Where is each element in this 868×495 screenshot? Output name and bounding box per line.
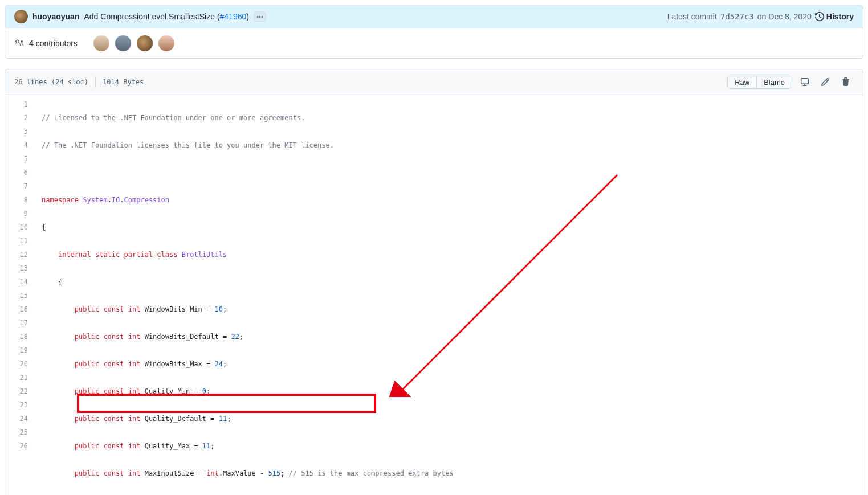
line-number[interactable]: 16	[5, 302, 36, 316]
raw-button[interactable]: Raw	[728, 76, 756, 88]
people-icon	[14, 39, 23, 48]
line-number[interactable]: 2	[5, 111, 36, 125]
line-number[interactable]: 6	[5, 166, 36, 179]
trash-icon[interactable]	[838, 74, 854, 90]
history-link[interactable]: History	[815, 12, 854, 21]
commit-date: on Dec 8, 2020	[757, 12, 812, 21]
line-number[interactable]: 17	[5, 316, 36, 330]
code-content[interactable]: // Licensed to the .NET Foundation under…	[36, 95, 863, 495]
line-number[interactable]: 3	[5, 125, 36, 138]
commit-sha-link[interactable]: 7d527c3	[720, 12, 754, 21]
history-label: History	[826, 12, 854, 21]
contributor-avatar[interactable]	[93, 35, 109, 51]
line-number[interactable]: 20	[5, 357, 36, 371]
line-number[interactable]: 26	[5, 439, 36, 453]
line-number[interactable]: 10	[5, 220, 36, 234]
line-number[interactable]: 14	[5, 275, 36, 289]
line-number[interactable]: 19	[5, 343, 36, 357]
code-area[interactable]: 1234567891011121314151617181920212223242…	[5, 95, 863, 495]
line-number[interactable]: 23	[5, 398, 36, 412]
commit-message[interactable]: Add CompressionLevel.SmallestSize (#4196…	[84, 12, 249, 21]
line-number[interactable]: 11	[5, 234, 36, 248]
latest-commit-label: Latest commit	[667, 12, 717, 21]
line-number[interactable]: 25	[5, 426, 36, 439]
desktop-icon[interactable]	[797, 74, 813, 90]
contributor-avatar[interactable]	[115, 35, 131, 51]
commit-message-text: Add CompressionLevel.SmallestSize (	[84, 12, 219, 21]
commit-message-suffix: )	[246, 12, 249, 21]
line-number[interactable]: 8	[5, 193, 36, 207]
line-number[interactable]: 22	[5, 384, 36, 398]
line-number[interactable]: 4	[5, 138, 36, 152]
more-icon[interactable]: •••	[254, 11, 266, 22]
contributors-count[interactable]: 4 contributors	[29, 39, 78, 48]
line-number[interactable]: 18	[5, 330, 36, 343]
author-avatar[interactable]	[14, 10, 28, 23]
line-number[interactable]: 24	[5, 412, 36, 426]
line-number[interactable]: 21	[5, 371, 36, 384]
author-link[interactable]: huoyaoyuan	[32, 12, 79, 21]
contributor-avatar[interactable]	[137, 35, 153, 51]
line-gutter: 1234567891011121314151617181920212223242…	[5, 95, 36, 495]
line-number[interactable]: 1	[5, 97, 36, 111]
commit-bar: huoyaoyuan Add CompressionLevel.Smallest…	[5, 5, 863, 28]
file-header: 26 lines (24 sloc) 1014 Bytes Raw Blame	[5, 69, 863, 95]
contributors-bar: 4 contributors	[5, 28, 863, 58]
line-number[interactable]: 7	[5, 179, 36, 193]
file-box: 26 lines (24 sloc) 1014 Bytes Raw Blame …	[5, 69, 863, 495]
blame-button[interactable]: Blame	[756, 76, 792, 88]
history-icon	[815, 12, 824, 21]
pencil-icon[interactable]	[817, 74, 833, 90]
line-number[interactable]: 5	[5, 152, 36, 166]
divider	[95, 77, 96, 87]
line-number[interactable]: 12	[5, 248, 36, 261]
pr-link[interactable]: #41960	[220, 12, 247, 21]
line-number[interactable]: 15	[5, 289, 36, 302]
lines-sloc: 26 lines (24 sloc)	[14, 78, 88, 86]
commit-box: huoyaoyuan Add CompressionLevel.Smallest…	[5, 5, 863, 59]
line-number[interactable]: 9	[5, 207, 36, 220]
line-number[interactable]: 13	[5, 261, 36, 275]
file-size: 1014 Bytes	[103, 78, 144, 86]
contributor-avatar[interactable]	[158, 35, 174, 51]
commit-meta: Latest commit 7d527c3 on Dec 8, 2020 His…	[667, 12, 854, 21]
raw-blame-group: Raw Blame	[727, 76, 792, 89]
